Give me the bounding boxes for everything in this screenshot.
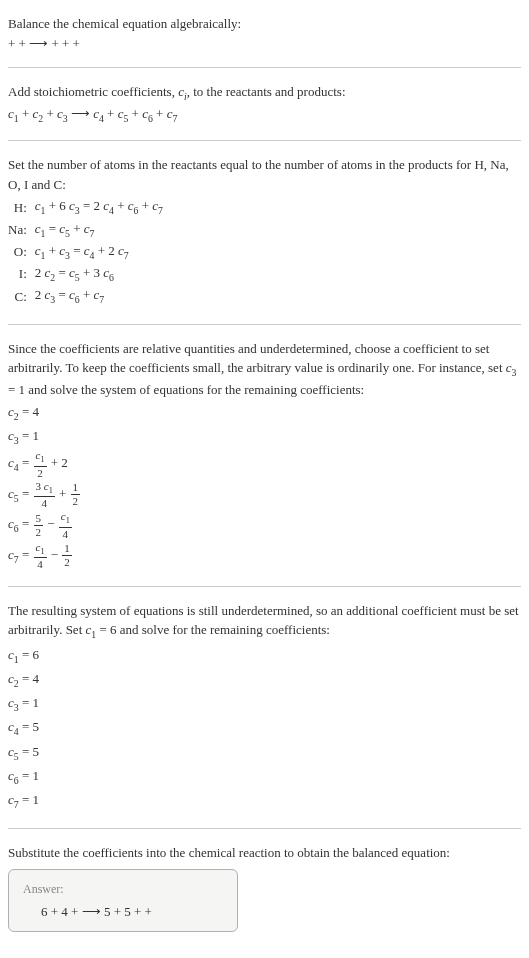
atom-row: H: c1 + 6 c3 = 2 c4 + c6 + c7	[8, 196, 163, 218]
atom-label: O:	[8, 241, 35, 263]
atom-eq: c1 + c3 = c4 + 2 c7	[35, 241, 163, 263]
coeff-line: c4 = 5	[8, 717, 521, 739]
atom-row: O: c1 + c3 = c4 + 2 c7	[8, 241, 163, 263]
stoich-text: Add stoichiometric coefficients, ci, to …	[8, 82, 521, 104]
coeff-line: c6 = 1	[8, 766, 521, 788]
coeff-list: c2 = 4 c3 = 1 c4 = c12 + 2 c5 = 3 c14 + …	[8, 402, 521, 570]
atom-label: I:	[8, 263, 35, 285]
coeff-line: c6 = 52 − c14	[8, 511, 521, 539]
divider	[8, 140, 521, 141]
atom-eq: 2 c2 = c5 + 3 c6	[35, 263, 163, 285]
atom-label: H:	[8, 196, 35, 218]
under1-text: Since the coefficients are relative quan…	[8, 339, 521, 400]
divider	[8, 828, 521, 829]
under1-section: Since the coefficients are relative quan…	[8, 333, 521, 578]
coeff-line: c3 = 1	[8, 426, 521, 448]
under2-section: The resulting system of equations is sti…	[8, 595, 521, 820]
atom-label: Na:	[8, 219, 35, 241]
atom-label: C:	[8, 285, 35, 307]
final-text: Substitute the coefficients into the che…	[8, 843, 521, 863]
atom-row: C: 2 c3 = c6 + c7	[8, 285, 163, 307]
intro-line2: + + ⟶ + + +	[8, 34, 521, 54]
coeff-line: c1 = 6	[8, 645, 521, 667]
coeff-line: c4 = c12 + 2	[8, 450, 521, 478]
stoich-section: Add stoichiometric coefficients, ci, to …	[8, 76, 521, 132]
coeff-line: c3 = 1	[8, 693, 521, 715]
coeff-line: c2 = 4	[8, 669, 521, 691]
coeff-line: c5 = 5	[8, 742, 521, 764]
answer-label: Answer:	[23, 880, 223, 898]
divider	[8, 324, 521, 325]
atoms-equations: H: c1 + 6 c3 = 2 c4 + c6 + c7 Na: c1 = c…	[8, 196, 163, 307]
atom-eq: c1 + 6 c3 = 2 c4 + c6 + c7	[35, 196, 163, 218]
stoich-eq: c1 + c2 + c3 ⟶ c4 + c5 + c6 + c7	[8, 104, 521, 126]
coeff-line: c7 = c14 − 12	[8, 542, 521, 570]
divider	[8, 67, 521, 68]
final-section: Substitute the coefficients into the che…	[8, 837, 521, 938]
under2-text: The resulting system of equations is sti…	[8, 601, 521, 643]
answer-eq: 6 + 4 + ⟶ 5 + 5 + +	[23, 902, 223, 922]
atom-eq: 2 c3 = c6 + c7	[35, 285, 163, 307]
atoms-text: Set the number of atoms in the reactants…	[8, 155, 521, 194]
answer-box: Answer: 6 + 4 + ⟶ 5 + 5 + +	[8, 869, 238, 933]
divider	[8, 586, 521, 587]
atoms-section: Set the number of atoms in the reactants…	[8, 149, 521, 315]
coeff-line: c7 = 1	[8, 790, 521, 812]
intro-section: Balance the chemical equation algebraica…	[8, 8, 521, 59]
coeff-list-2: c1 = 6 c2 = 4 c3 = 1 c4 = 5 c5 = 5 c6 = …	[8, 645, 521, 813]
atom-eq: c1 = c5 + c7	[35, 219, 163, 241]
coeff-line: c5 = 3 c14 + 12	[8, 481, 521, 509]
coeff-line: c2 = 4	[8, 402, 521, 424]
atom-row: I: 2 c2 = c5 + 3 c6	[8, 263, 163, 285]
atom-row: Na: c1 = c5 + c7	[8, 219, 163, 241]
intro-line1: Balance the chemical equation algebraica…	[8, 14, 521, 34]
